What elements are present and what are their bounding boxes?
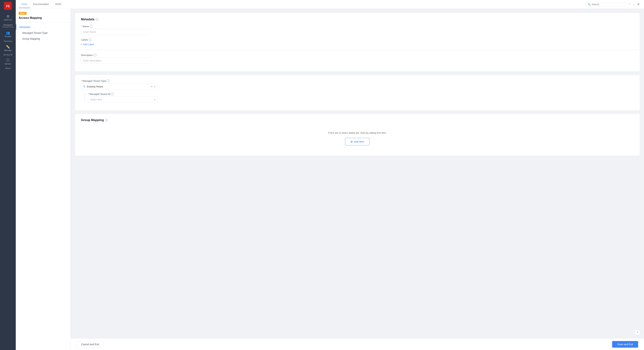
tab-documentation[interactable]: Documentation [30,0,52,8]
search-input[interactable] [592,3,624,6]
empty-state-text: There are no items added yet. Start by a… [84,131,631,134]
top-bar: Form Documentation JSON 🔍 ⌃ ⌄ ✕ [16,0,644,9]
nav-up-arrow[interactable]: ⌃ [627,2,631,6]
divider [75,50,640,50]
select-item-chevron-icon: ▾ [154,98,156,101]
search-icon: 🔍 [588,3,590,6]
sidebar-item-manage[interactable]: ✏️ Manage [0,43,16,53]
managed-tenant-type-dropdown[interactable]: ⇅ Existing Tenant ✕ ▾ [81,83,158,90]
name-row: * Name i [81,25,634,35]
sidebar-item-services[interactable]: ⓘ Service [0,56,16,66]
tab-form[interactable]: Form [19,0,30,8]
description-label: Description i [81,53,634,56]
sidebar-item-tenants[interactable]: 👥 Tenants [0,29,16,39]
sidebar-item-delegated[interactable]: Delegated Private Previe [0,22,16,29]
sidebar: F5 ⊞ Select se Delegated Private Previe … [0,0,16,350]
managed-tenant-type-label: * Managed Tenant Type i [81,79,634,82]
labels-label: Labels i [81,38,634,41]
private-preview-badge: Private Previe [2,26,14,28]
nav-arrows: ⌃ ⌄ [627,2,636,6]
group-mapping-title: Group Mapping i [81,118,634,122]
nav-item-managed-tenant-type[interactable]: Managed Tenant Type [16,30,70,36]
description-input[interactable] [81,58,150,64]
chevron-down-icon: ▾ [154,85,156,88]
group-mapping-empty-state: There are no items added yet. Start by a… [81,126,634,151]
managed-tenant-type-required: * [81,79,82,82]
description-info-icon[interactable]: i [94,53,96,56]
description-row: Description i [81,53,634,64]
delegated-text: Delegated [3,24,12,26]
search-box: 🔍 [586,2,626,6]
select-icon: ⇅ [83,85,86,88]
managed-tenant-type-row: * Managed Tenant Type i ⇅ Existing Tenan… [81,79,634,103]
nav-panel-items: Metadata Managed Tenant Type Group Mappi… [16,23,70,43]
main-content: Metadata i * Name i [71,9,644,338]
labels-row: Labels i + Add Label [81,38,634,46]
managed-tenant-type-value: Existing Tenant [87,85,149,88]
managed-tenant-type-info-icon[interactable]: i [107,79,110,82]
select-item-placeholder: Select Item [90,98,102,101]
metadata-section: Metadata i * Name i [75,13,640,71]
svg-text:F5: F5 [6,5,10,8]
app-logo[interactable]: F5 [4,2,12,10]
add-label-button[interactable]: + Add Label [81,42,634,46]
tab-json[interactable]: JSON [52,0,64,8]
bottom-bar: Cancel and Exit Save and Exit [71,338,644,350]
nav-item-metadata[interactable]: Metadata [16,24,70,30]
name-input[interactable] [81,29,150,35]
metadata-title: Metadata i [81,17,634,21]
managed-tenant-id-container: * Managed Tenant ID i Select Item ▾ [84,92,158,103]
managed-tenant-id-info-icon[interactable]: i [111,92,114,95]
access-m-label: Access M [2,53,14,56]
nav-down-arrow[interactable]: ⌄ [632,2,636,6]
save-and-exit-button[interactable]: Save and Exit [612,341,638,348]
group-mapping-section: Group Mapping i There are no items added… [75,114,640,156]
nav-panel-header: New Access Mapping [16,9,70,23]
name-label: * Name i [81,25,634,28]
group-mapping-info-icon[interactable]: i [105,119,108,122]
metadata-info-icon[interactable]: i [96,18,98,21]
cancel-and-exit-button[interactable]: Cancel and Exit [76,341,104,348]
help-icon[interactable]: ? [634,330,640,335]
main-wrapper: Metadata i * Name i [71,9,644,350]
managed-tenant-id-label: * Managed Tenant ID i [88,92,158,95]
services-icon: ⓘ [6,58,10,62]
select-item-dropdown[interactable]: Select Item ▾ [88,96,158,103]
sidebar-item-select[interactable]: ⊞ Select se [0,13,16,22]
new-badge: New [19,12,26,15]
nav-item-group-mapping[interactable]: Group Mapping [16,36,70,42]
clear-button[interactable]: ✕ [151,85,153,88]
labels-info-icon[interactable]: i [88,38,92,41]
add-label-icon: + [81,43,82,46]
managed-tenant-type-select-wrapper: ⇅ Existing Tenant ✕ ▾ * Managed Tena [81,83,158,103]
manage-icon: ✏️ [6,45,10,49]
grid-icon: ⊞ [6,14,9,18]
nav-panel-title: Access Mapping [19,16,68,19]
add-item-button[interactable]: ⊕ Add Item [345,138,370,145]
managed-tenant-section: * Managed Tenant Type i ⇅ Existing Tenan… [75,75,640,110]
about-label: About [4,66,12,70]
close-icon[interactable]: ✕ [636,2,641,7]
managed-tenant-id-required: * [88,93,89,95]
name-info-icon[interactable]: i [90,25,93,28]
plus-circle-icon: ⊕ [350,140,353,143]
overview-label: Overview [2,39,14,43]
tenants-icon: 👥 [6,31,10,35]
nav-panel: New Access Mapping Metadata Managed Tena… [16,9,71,350]
name-required-star: * [81,25,82,28]
